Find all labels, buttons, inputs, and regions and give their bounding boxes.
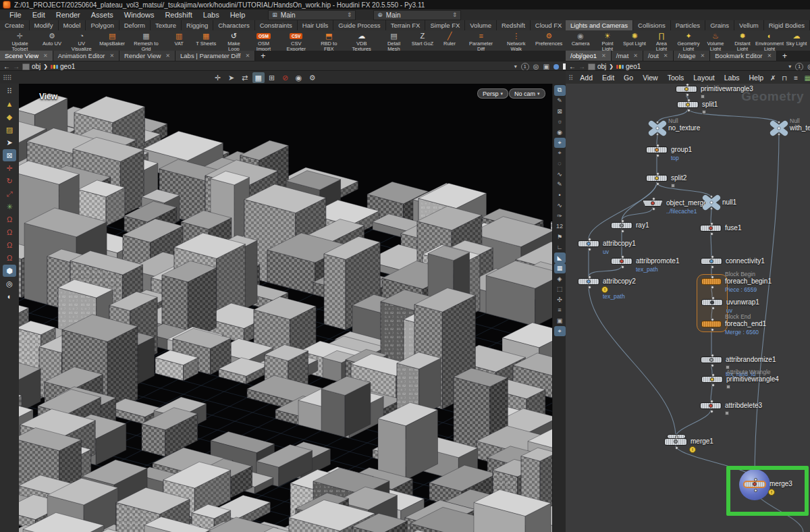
menu-windows[interactable]: Windows: [119, 11, 160, 19]
projection-button[interactable]: Persp ▾: [477, 88, 508, 99]
shelf-tab-texture[interactable]: Texture: [151, 20, 182, 30]
node-input-dot[interactable]: [588, 238, 591, 241]
point-display-icon[interactable]: •: [554, 190, 566, 201]
shelf-tool-spot-light[interactable]: ✺Spot Light: [621, 31, 648, 47]
close-tab-icon[interactable]: ✕: [601, 53, 606, 59]
shelf-tab-vellum[interactable]: Vellum: [734, 20, 764, 30]
node-input-dot[interactable]: [710, 222, 713, 225]
menu-help[interactable]: Help: [225, 11, 251, 19]
snapshot-camera-icon[interactable]: ◉: [293, 72, 305, 83]
perspective-icon[interactable]: ◣: [554, 252, 566, 263]
menu-assets[interactable]: Assets: [86, 11, 119, 19]
close-tab-icon[interactable]: ✕: [767, 53, 772, 59]
node-output-dot[interactable]: [675, 446, 678, 450]
fan-icon[interactable]: ✣: [554, 294, 566, 305]
node-output-dot[interactable]: [710, 410, 713, 413]
shelf-tool-update-toolset[interactable]: ✛Update Toolset: [1, 31, 38, 51]
breadcrumb-geo1[interactable]: geo1: [51, 63, 75, 70]
shelf-tab-volume[interactable]: Volume: [465, 20, 497, 30]
forward-button[interactable]: →: [578, 63, 585, 70]
angle-snap-icon[interactable]: ∟: [554, 242, 566, 253]
shelf-tool-camera[interactable]: ◉Camera: [567, 31, 594, 47]
node-input-dot[interactable]: [687, 99, 691, 102]
close-tab-icon[interactable]: ✕: [633, 53, 638, 59]
add-pane-tab-button[interactable]: +: [777, 51, 792, 61]
display-model-icon[interactable]: ▲: [3, 98, 16, 110]
menu-file[interactable]: File: [4, 11, 27, 19]
pane-grip-icon[interactable]: ⠿⠿: [0, 74, 14, 82]
shelf-tool-ruler[interactable]: ╱Ruler: [436, 31, 463, 47]
node-output-dot[interactable]: [687, 109, 691, 112]
shelf-tab-lights-and-cameras[interactable]: Lights and Cameras: [566, 20, 633, 30]
pane-tab--out[interactable]: /out✕: [643, 51, 674, 61]
breadcrumb-obj[interactable]: obj: [588, 63, 606, 70]
shelf-tool-parameter-diff[interactable]: ≡Parameter Diff: [463, 31, 499, 51]
camera-button[interactable]: No cam ▾: [509, 88, 545, 99]
menu-redshift[interactable]: Redshift: [159, 11, 197, 19]
menu-labs[interactable]: Labs: [198, 11, 225, 19]
secure-selection-lock-icon[interactable]: ⊠: [3, 149, 16, 161]
shelf-tool-auto-uv[interactable]: ⚙Auto UV: [38, 31, 65, 47]
select-arrow-icon[interactable]: ➤: [225, 72, 238, 83]
node-input-dot[interactable]: [621, 255, 624, 259]
node-output-dot[interactable]: [588, 248, 591, 251]
lock-camera-icon[interactable]: ⊠: [554, 106, 566, 117]
shelf-tab-redshift[interactable]: Redshift: [497, 20, 531, 30]
forward-button[interactable]: →: [13, 63, 20, 70]
close-tab-icon[interactable]: ✕: [165, 53, 170, 59]
shelf-tab-guide-process[interactable]: Guide Process: [333, 20, 385, 30]
shelf-tool-csv-exporter[interactable]: CSVCSV Exporter: [279, 31, 313, 51]
close-tab-icon[interactable]: ✕: [109, 53, 114, 59]
pane-grip-icon[interactable]: ⠿: [566, 74, 575, 82]
node-input-dot[interactable]: [656, 144, 659, 147]
selection-mask-icon[interactable]: ◎: [3, 277, 16, 290]
close-tab-icon[interactable]: ✕: [43, 53, 48, 59]
back-button[interactable]: ←: [3, 63, 10, 70]
pane-tab--stage[interactable]: /stage✕: [674, 51, 711, 61]
color-grid-icon[interactable]: ▦: [803, 73, 810, 82]
pose-tool-icon[interactable]: ✳: [3, 201, 16, 213]
shelf-tab-collisions[interactable]: Collisions: [633, 20, 671, 30]
shelf-tool-vdb-textures[interactable]: ☁VDB Textures: [344, 31, 379, 51]
snap-edge-magnet-icon[interactable]: Ω: [3, 239, 16, 251]
close-tab-icon[interactable]: ✕: [664, 53, 668, 59]
scene-viewport[interactable]: 01 02G H 7 View Persp ▾ No cam ▾: [19, 84, 552, 532]
network-menu-help[interactable]: Help: [745, 74, 769, 82]
list-icon[interactable]: ≡: [791, 73, 801, 82]
shelf-tab-rigid-bodies[interactable]: Rigid Bodies: [764, 20, 810, 30]
node-output-dot[interactable]: [711, 307, 715, 310]
node-input-dot[interactable]: [621, 219, 624, 223]
snap-pin-icon[interactable]: ⌖: [554, 148, 566, 159]
breadcrumb-obj[interactable]: obj: [22, 63, 40, 70]
shelf-tool-make-loop[interactable]: ↺Make Loop: [219, 31, 248, 51]
network-menu-add[interactable]: Add: [575, 74, 597, 82]
selection-box-icon[interactable]: ⬚: [554, 284, 566, 295]
shelf-tool-point-light[interactable]: ☀Point Light: [594, 31, 621, 51]
grid-select-icon[interactable]: ▦: [252, 72, 265, 83]
scale-handle-icon[interactable]: ⤢: [3, 188, 16, 200]
curve-display-icon[interactable]: ∿: [554, 201, 566, 211]
pane-tab--mat[interactable]: /mat✕: [612, 51, 643, 61]
link-cube-icon[interactable]: ▣: [543, 63, 549, 70]
node-input-dot[interactable]: [711, 296, 715, 300]
close-tab-icon[interactable]: ✕: [700, 53, 705, 59]
node-output-dot[interactable]: [711, 383, 715, 387]
network-menu-tools[interactable]: Tools: [663, 74, 689, 82]
frame-count-icon[interactable]: 12: [554, 221, 566, 232]
view-tool-icon[interactable]: ✛: [212, 72, 224, 83]
shelf-tool-sky-light[interactable]: ☁Sky Light: [783, 31, 810, 47]
scale-ruler-icon[interactable]: ⊓: [780, 73, 789, 82]
add-pane-tab-button[interactable]: +: [255, 51, 271, 61]
gem-display-icon[interactable]: ◈: [554, 273, 566, 284]
lighting-icon[interactable]: ☼: [554, 117, 566, 128]
translate-handle-icon[interactable]: ✛: [3, 162, 16, 174]
link-editor-icon[interactable]: ⧉: [554, 85, 566, 96]
shelf-tab-characters[interactable]: Characters: [213, 20, 254, 30]
history-caret-icon[interactable]: ▾: [514, 63, 517, 70]
box-zoom-icon[interactable]: ⊞: [266, 72, 278, 83]
network-menu-edit[interactable]: Edit: [597, 74, 619, 82]
node-input-dot[interactable]: [710, 400, 713, 403]
snapshot-count-badge[interactable]: 1: [795, 63, 803, 71]
snapshot-count-badge[interactable]: 1: [521, 63, 529, 71]
orbit-icon[interactable]: ◐: [3, 290, 16, 302]
